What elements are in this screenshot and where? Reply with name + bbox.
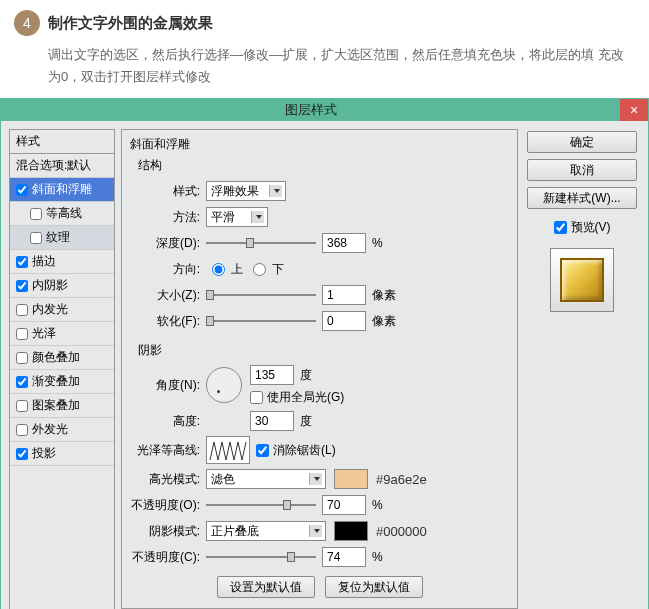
dialog-title: 图层样式 [1,101,620,119]
shadow-mode-label: 阴影模式: [130,523,206,540]
layer-style-dialog: 图层样式 × 样式 混合选项:默认 斜面和浮雕 等高线 纹理 描边 内阴影 内发… [0,98,649,609]
structure-label: 结构 [138,157,509,174]
texture-item[interactable]: 纹理 [10,226,114,250]
inner-shadow-checkbox[interactable] [16,280,28,292]
contour-label: 等高线 [46,205,82,222]
angle-wheel[interactable] [206,367,242,403]
global-light-checkbox[interactable] [250,391,263,404]
direction-up-radio[interactable] [212,263,225,276]
preview-label: 预览(V) [571,219,611,236]
outer-glow-item[interactable]: 外发光 [10,418,114,442]
inner-glow-label: 内发光 [32,301,68,318]
step-number: 4 [14,10,40,36]
highlight-opacity-unit: % [372,498,383,512]
direction-down-radio[interactable] [253,263,266,276]
gloss-contour-picker[interactable] [206,436,250,464]
highlight-mode-label: 高光模式: [130,471,206,488]
global-light-label: 使用全局光(G) [267,389,344,406]
style-dropdown[interactable]: 浮雕效果 [206,181,286,201]
pattern-overlay-checkbox[interactable] [16,400,28,412]
shadow-opacity-input[interactable]: 74 [322,547,366,567]
pattern-overlay-item[interactable]: 图案叠加 [10,394,114,418]
stroke-label: 描边 [32,253,56,270]
contour-checkbox[interactable] [30,208,42,220]
soften-label: 软化(F): [130,313,206,330]
down-label: 下 [272,261,284,278]
inner-shadow-label: 内阴影 [32,277,68,294]
depth-input[interactable]: 368 [322,233,366,253]
soften-input[interactable]: 0 [322,311,366,331]
cancel-button[interactable]: 取消 [527,159,637,181]
blend-options-item[interactable]: 混合选项:默认 [10,154,114,178]
shadow-hex: #000000 [376,524,427,539]
preview-checkbox[interactable] [554,221,567,234]
highlight-opacity-label: 不透明度(O): [130,497,206,514]
ok-button[interactable]: 确定 [527,131,637,153]
inner-glow-checkbox[interactable] [16,304,28,316]
contour-item[interactable]: 等高线 [10,202,114,226]
technique-dropdown[interactable]: 平滑 [206,207,268,227]
satin-label: 光泽 [32,325,56,342]
soften-slider[interactable] [206,314,316,328]
technique-label: 方法: [130,209,206,226]
inner-shadow-item[interactable]: 内阴影 [10,274,114,298]
gloss-contour-label: 光泽等高线: [130,442,206,459]
shadow-opacity-label: 不透明度(C): [130,549,206,566]
outer-glow-checkbox[interactable] [16,424,28,436]
bevel-panel-title: 斜面和浮雕 [130,136,509,153]
highlight-color-swatch[interactable] [334,469,368,489]
depth-slider[interactable] [206,236,316,250]
gradient-overlay-item[interactable]: 渐变叠加 [10,370,114,394]
highlight-mode-dropdown[interactable]: 滤色 [206,469,326,489]
stroke-item[interactable]: 描边 [10,250,114,274]
close-button[interactable]: × [620,99,648,121]
new-style-button[interactable]: 新建样式(W)... [527,187,637,209]
size-label: 大小(Z): [130,287,206,304]
angle-input[interactable]: 135 [250,365,294,385]
highlight-opacity-input[interactable]: 70 [322,495,366,515]
drop-shadow-label: 投影 [32,445,56,462]
shadow-opacity-slider[interactable] [206,550,316,564]
styles-list: 样式 混合选项:默认 斜面和浮雕 等高线 纹理 描边 内阴影 内发光 光泽 颜色… [9,129,115,609]
bevel-emboss-item[interactable]: 斜面和浮雕 [10,178,114,202]
angle-unit: 度 [300,367,312,384]
bevel-checkbox[interactable] [16,184,28,196]
set-default-button[interactable]: 设置为默认值 [217,576,315,598]
gradient-overlay-checkbox[interactable] [16,376,28,388]
size-slider[interactable] [206,288,316,302]
satin-item[interactable]: 光泽 [10,322,114,346]
color-overlay-checkbox[interactable] [16,352,28,364]
shadow-mode-dropdown[interactable]: 正片叠底 [206,521,326,541]
step-description: 调出文字的选区，然后执行选择—修改—扩展，扩大选区范围，然后任意填充色块，将此层… [48,44,635,88]
titlebar: 图层样式 × [1,99,648,121]
color-overlay-item[interactable]: 颜色叠加 [10,346,114,370]
highlight-hex: #9a6e2e [376,472,427,487]
preview-thumbnail [550,248,614,312]
direction-label: 方向: [130,261,206,278]
satin-checkbox[interactable] [16,328,28,340]
style-label: 样式: [130,183,206,200]
altitude-label: 高度: [130,413,206,430]
altitude-input[interactable]: 30 [250,411,294,431]
size-input[interactable]: 1 [322,285,366,305]
drop-shadow-item[interactable]: 投影 [10,442,114,466]
bevel-panel: 斜面和浮雕 结构 样式:浮雕效果 方法:平滑 深度(D):368% 方向:上下 … [121,129,518,609]
highlight-opacity-slider[interactable] [206,498,316,512]
angle-label: 角度(N): [130,377,206,394]
antialias-checkbox[interactable] [256,444,269,457]
gradient-overlay-label: 渐变叠加 [32,373,80,390]
inner-glow-item[interactable]: 内发光 [10,298,114,322]
gold-cube-icon [560,258,604,302]
reset-default-button[interactable]: 复位为默认值 [325,576,423,598]
shadow-color-swatch[interactable] [334,521,368,541]
highlight-mode-value: 滤色 [211,471,235,488]
texture-checkbox[interactable] [30,232,42,244]
up-label: 上 [231,261,243,278]
antialias-label: 消除锯齿(L) [273,442,336,459]
contour-icon [208,438,248,462]
drop-shadow-checkbox[interactable] [16,448,28,460]
step-title: 制作文字外围的金属效果 [48,14,213,33]
altitude-unit: 度 [300,413,312,430]
style-value: 浮雕效果 [211,183,259,200]
stroke-checkbox[interactable] [16,256,28,268]
